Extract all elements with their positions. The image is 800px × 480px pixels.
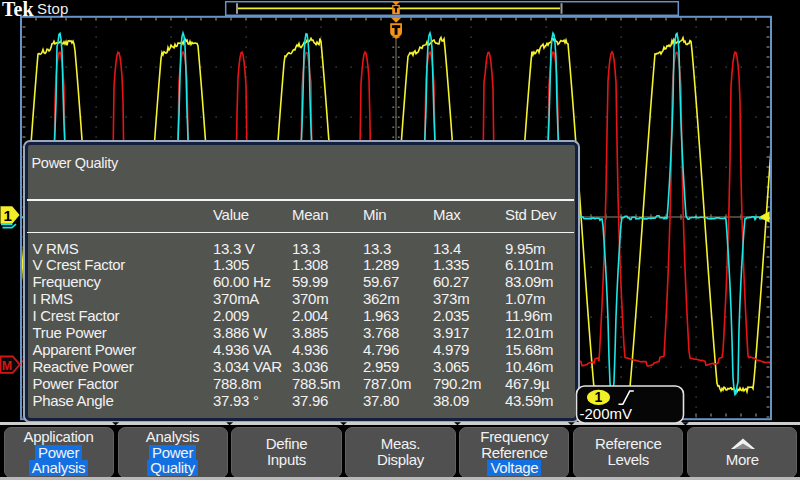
- svg-text:1: 1: [3, 207, 11, 224]
- svg-text:M: M: [2, 359, 12, 373]
